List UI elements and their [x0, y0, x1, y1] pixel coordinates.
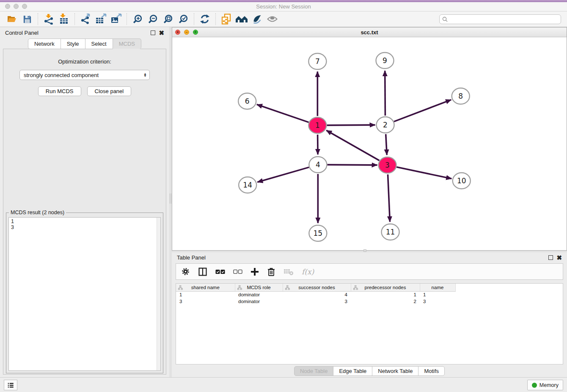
- graph-node-15[interactable]: 15: [309, 225, 327, 241]
- graph-node-7[interactable]: 7: [308, 53, 326, 69]
- close-icon[interactable]: [5, 4, 10, 9]
- import-table-icon: [58, 14, 69, 25]
- close-panel-icon[interactable]: ✖: [556, 255, 562, 260]
- result-scrollbar[interactable]: [157, 218, 160, 370]
- graph-node-11[interactable]: 11: [382, 224, 399, 240]
- graph-node-8[interactable]: 8: [452, 88, 470, 104]
- graph-node-label: 3: [385, 161, 390, 169]
- graph-node-label: 9: [383, 56, 387, 65]
- criterion-dropdown[interactable]: strongly connected component ▲▼: [19, 70, 150, 80]
- graph-node-label: 11: [386, 228, 395, 236]
- table-cell[interactable]: 3: [176, 298, 235, 305]
- graph-node-6[interactable]: 6: [238, 93, 256, 109]
- hide-selection-button[interactable]: [264, 13, 280, 25]
- import-table-button[interactable]: [56, 13, 72, 25]
- tab-edge-table[interactable]: Edge Table: [333, 366, 372, 376]
- plus-icon: [250, 268, 259, 276]
- export-table-icon: [95, 14, 107, 25]
- copy-network-button[interactable]: [219, 13, 234, 25]
- open-session-button[interactable]: [4, 13, 19, 25]
- column-header-predecessor-nodes[interactable]: predecessor nodes: [351, 284, 420, 291]
- float-panel-icon[interactable]: [151, 30, 155, 35]
- zoom-selected-button[interactable]: [176, 13, 191, 25]
- table-cell[interactable]: 3: [283, 298, 351, 305]
- tab-network[interactable]: Network: [28, 39, 61, 49]
- table-cell[interactable]: 1: [176, 291, 235, 298]
- zoom-icon[interactable]: [22, 4, 27, 9]
- tab-motifs[interactable]: Motifs: [418, 366, 445, 376]
- graph-node-10[interactable]: 10: [453, 173, 471, 189]
- delete-table-button-disabled: [284, 268, 294, 276]
- graph-node-2[interactable]: 2: [377, 117, 394, 133]
- close-panel-icon[interactable]: ✖: [159, 30, 164, 35]
- table-panel-title: Table Panel: [177, 254, 206, 261]
- table-cell[interactable]: dominator: [235, 298, 283, 305]
- tab-mcds[interactable]: MCDS: [113, 39, 141, 49]
- graph-node-9[interactable]: 9: [376, 52, 394, 69]
- delete-row-button[interactable]: [267, 267, 275, 276]
- table-cell[interactable]: 1: [420, 291, 455, 298]
- table-cell[interactable]: 2: [351, 298, 420, 305]
- control-panel: Control Panel ✖ NetworkStyleSelectMCDS O…: [0, 27, 169, 377]
- style-brush-button[interactable]: [249, 13, 264, 25]
- table-settings-button[interactable]: [181, 267, 190, 276]
- zoom-out-button[interactable]: [145, 13, 160, 25]
- toolbar-separator: [74, 13, 75, 25]
- tab-select[interactable]: Select: [85, 39, 113, 49]
- graph-edge-3-1: [326, 130, 379, 160]
- tab-style[interactable]: Style: [61, 39, 85, 49]
- run-mcds-button[interactable]: Run MCDS: [38, 86, 81, 96]
- table-cell[interactable]: 1: [351, 291, 420, 298]
- search-field[interactable]: [439, 14, 561, 24]
- divider-handle[interactable]: [363, 249, 366, 252]
- import-network-button[interactable]: [41, 13, 56, 25]
- tab-node-table[interactable]: Node Table: [294, 366, 334, 376]
- float-panel-icon[interactable]: [548, 255, 553, 260]
- export-image-button[interactable]: [108, 13, 124, 25]
- delete-table-icon: [284, 268, 294, 276]
- zoom-in-button[interactable]: [130, 13, 145, 25]
- apply-function-button-disabled: f(x): [302, 268, 314, 276]
- column-header-successor-nodes[interactable]: successor nodes: [283, 284, 351, 291]
- criterion-label: Optimization criterion:: [58, 58, 111, 65]
- graph-node-3[interactable]: 3: [379, 157, 396, 173]
- tab-network-table[interactable]: Network Table: [372, 366, 418, 376]
- refresh-icon: [200, 14, 210, 24]
- memory-button[interactable]: Memory: [527, 380, 563, 390]
- column-header-shared-name[interactable]: shared name: [176, 284, 235, 291]
- column-header-mcds-role[interactable]: MCDS role: [235, 284, 283, 291]
- close-icon[interactable]: ×: [175, 30, 180, 35]
- divider-handle[interactable]: [170, 193, 171, 204]
- network-graph[interactable]: 7968124314101511: [172, 37, 567, 250]
- graph-edge-2-3: [386, 134, 387, 155]
- table-row[interactable]: 3dominator323: [176, 298, 455, 305]
- task-history-button[interactable]: [4, 380, 17, 390]
- table-cell[interactable]: dominator: [235, 291, 283, 298]
- save-session-button[interactable]: [19, 13, 35, 25]
- export-network-button[interactable]: [78, 13, 93, 25]
- zoom-fit-button[interactable]: [160, 13, 176, 25]
- table-row[interactable]: 1dominator411: [176, 291, 455, 298]
- column-visibility-button[interactable]: [198, 267, 207, 276]
- network-canvas[interactable]: 7968124314101511: [172, 37, 567, 250]
- apply-layout-button[interactable]: [197, 13, 212, 25]
- table-cell[interactable]: 3: [420, 298, 455, 305]
- export-table-button[interactable]: [93, 13, 108, 25]
- zoom-icon[interactable]: +: [193, 30, 198, 35]
- column-header-name[interactable]: name: [420, 284, 455, 291]
- table-panel: Table Panel ✖: [172, 252, 567, 377]
- node-table[interactable]: shared nameMCDS rolesuccessor nodesprede…: [176, 283, 563, 364]
- graph-node-4[interactable]: 4: [309, 157, 327, 173]
- deselect-all-button[interactable]: [233, 269, 242, 274]
- minimize-icon[interactable]: –: [184, 30, 189, 35]
- graph-node-14[interactable]: 14: [239, 177, 256, 193]
- search-input[interactable]: [449, 16, 558, 22]
- first-neighbors-button[interactable]: [234, 13, 249, 25]
- add-row-button[interactable]: [250, 268, 259, 276]
- close-panel-button[interactable]: Close panel: [87, 86, 132, 96]
- mcds-result-text[interactable]: 1 3: [8, 217, 161, 371]
- select-all-button[interactable]: [215, 269, 225, 274]
- minimize-icon[interactable]: [14, 4, 19, 9]
- graph-node-1[interactable]: 1: [308, 117, 326, 133]
- table-cell[interactable]: 4: [283, 291, 351, 298]
